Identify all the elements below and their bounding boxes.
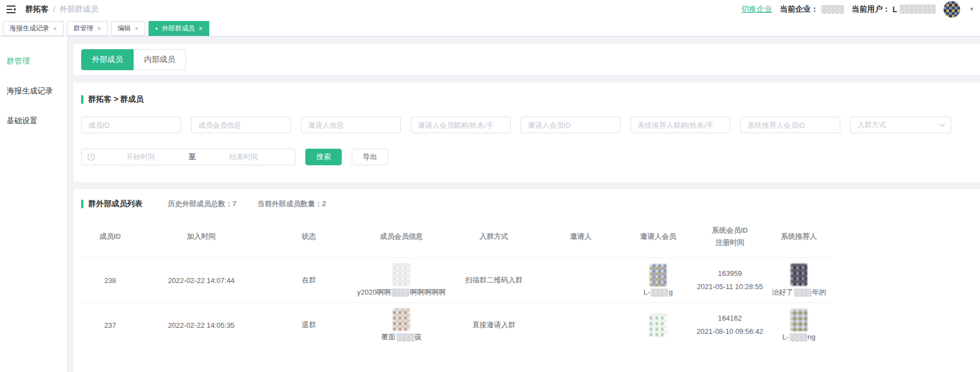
breadcrumb-root[interactable]: 群拓客 — [25, 4, 49, 14]
tag-tab-poster-records[interactable]: 海报生成记录 × — [3, 21, 63, 36]
close-icon[interactable]: × — [199, 25, 203, 33]
section-accent-bar — [81, 200, 83, 208]
col-system-member-id: 系统会员ID 注册时间 — [694, 224, 766, 249]
caret-down-icon[interactable]: ▼ — [969, 6, 974, 12]
content-area: 外部成员 内部成员 群拓客 > 群成员 入群方式 — [68, 36, 980, 372]
topbar: 群拓客 / 外部群成员 切换企业 当前企业： 当前用户： L ▼ — [0, 0, 980, 18]
dot-icon: ● — [155, 27, 158, 31]
tag-tab-label: 编辑 — [118, 24, 131, 33]
table-row: 237 2022-02-22 14:05:35 退群 覆面孩 直接邀请入群 16… — [81, 302, 832, 347]
close-icon[interactable]: × — [135, 25, 139, 33]
register-time: 2021-05-11 10:28:55 — [694, 280, 766, 294]
col-join-method: 入群方式 — [448, 230, 539, 243]
member-id-input[interactable] — [81, 117, 181, 133]
date-range-separator: 至 — [187, 152, 198, 162]
col-member-id: 成员ID — [81, 230, 139, 243]
filter-card: 群拓客 > 群成员 入群方式 — [73, 82, 980, 182]
breadcrumb: 群拓客 / 外部群成员 — [25, 4, 98, 14]
tag-tab-edit[interactable]: 编辑 × — [111, 21, 145, 36]
system-member-id: 163959 — [694, 267, 766, 281]
inviter-member-avatar — [650, 264, 666, 286]
member-avatar — [393, 308, 410, 331]
sidebar-item-group-manage[interactable]: 群管理 — [0, 51, 67, 72]
masked-text — [790, 333, 807, 342]
cell-member-id: 238 — [81, 276, 139, 285]
tab-external-members[interactable]: 外部成员 — [81, 49, 134, 70]
sidebar-item-basic-settings[interactable]: 基础设置 — [0, 111, 67, 132]
close-icon[interactable]: × — [97, 25, 101, 33]
join-method-select[interactable]: 入群方式 — [850, 117, 951, 133]
tab-internal-members[interactable]: 内部成员 — [134, 49, 186, 70]
clock-icon — [87, 153, 95, 161]
list-section-title-text: 群外部成员列表 — [88, 199, 142, 209]
current-total: 当前外部成员数量：2 — [257, 199, 326, 209]
masked-text — [391, 289, 409, 297]
tag-tab-bar: 海报生成记录 × 群管理 × 编辑 × ● 外部群成员 × — [0, 18, 980, 36]
recommender-input[interactable] — [631, 117, 730, 133]
history-total: 历史外部成员总数：7 — [168, 199, 236, 209]
current-user-label: 当前用户： — [852, 4, 891, 14]
member-avatar — [393, 264, 410, 286]
filter-inputs-row: 入群方式 — [81, 117, 972, 133]
current-company: 当前企业： — [780, 4, 844, 14]
masked-text — [396, 333, 414, 342]
member-type-tabs: 外部成员 内部成员 — [81, 49, 186, 70]
end-time-placeholder[interactable]: 结束时间 — [198, 152, 290, 162]
list-stats: 历史外部成员总数：7 当前外部成员数量：2 — [168, 199, 326, 209]
member-info-input[interactable] — [191, 117, 291, 133]
recommender-avatar — [791, 309, 807, 331]
date-range-picker[interactable]: 开始时间 至 结束时间 — [81, 149, 295, 165]
close-icon[interactable]: × — [53, 25, 57, 33]
current-company-value-masked — [821, 5, 844, 14]
current-company-label: 当前企业： — [780, 4, 819, 14]
tag-tab-label: 群管理 — [73, 24, 93, 33]
inviter-member-input[interactable] — [411, 117, 511, 133]
cell-member-info: y2020啊啊啊啊啊啊啊 — [354, 264, 448, 297]
recommender-id-input[interactable] — [740, 117, 840, 133]
export-button[interactable]: 导出 — [352, 149, 388, 165]
cell-member-id: 237 — [81, 321, 139, 329]
cell-system-member-id: 163959 2021-05-11 10:28:55 — [694, 267, 766, 294]
cell-recommender: 治好了年的 — [766, 264, 832, 297]
table-row: 238 2022-02-22 14:07:44 在群 y2020啊啊啊啊啊啊啊 … — [81, 258, 832, 302]
switch-company-link[interactable]: 切换企业 — [741, 4, 772, 14]
breadcrumb-current: 外部群成员 — [60, 4, 98, 14]
current-user-value-masked — [899, 4, 936, 14]
col-inviter-member: 邀请人会员 — [622, 230, 694, 243]
current-user: 当前用户： L — [852, 4, 936, 14]
cell-system-member-id: 164162 2021-08-10 09:56:42 — [694, 312, 766, 339]
col-member-info: 成员会员信息 — [354, 230, 448, 243]
join-method-select-placeholder: 入群方式 — [857, 120, 886, 130]
cell-join-time: 2022-02-22 14:05:35 — [139, 321, 263, 329]
sidebar-item-poster-records[interactable]: 海报生成记录 — [0, 81, 67, 102]
tag-tab-group-manage[interactable]: 群管理 × — [67, 21, 108, 36]
member-type-card: 外部成员 内部成员 — [73, 44, 980, 75]
cell-status: 退群 — [263, 320, 354, 330]
masked-text — [650, 289, 668, 297]
start-time-placeholder[interactable]: 开始时间 — [95, 152, 187, 162]
menu-fold-icon[interactable] — [6, 3, 18, 15]
filter-section-title-text: 群拓客 > 群成员 — [88, 95, 144, 104]
filter-section-title: 群拓客 > 群成员 — [81, 95, 972, 104]
current-user-value-prefix: L — [893, 5, 898, 14]
topbar-right: 切换企业 当前企业： 当前用户： L ▼ — [741, 1, 974, 18]
cell-status: 在群 — [263, 275, 354, 285]
section-accent-bar — [81, 95, 83, 104]
tag-tab-external-members[interactable]: ● 外部群成员 × — [149, 21, 209, 36]
member-list-card: 群外部成员列表 历史外部成员总数：7 当前外部成员数量：2 成员ID 加入时间 … — [73, 189, 980, 372]
main-layout: 群管理 海报生成记录 基础设置 外部成员 内部成员 群拓客 > 群成员 — [0, 36, 980, 372]
chevron-down-icon — [939, 123, 945, 127]
col-join-time: 加入时间 — [139, 230, 263, 243]
cell-join-time: 2022-02-22 14:07:44 — [139, 276, 263, 285]
filter-actions-row: 开始时间 至 结束时间 搜索 导出 — [81, 149, 972, 165]
current-total-value: 2 — [322, 200, 326, 208]
register-time: 2021-08-10 09:56:42 — [694, 325, 766, 339]
inviter-info-input[interactable] — [301, 117, 401, 133]
inviter-member-id-input[interactable] — [521, 117, 621, 133]
search-button[interactable]: 搜索 — [305, 149, 342, 165]
cell-inviter-member: L-g — [622, 264, 694, 297]
avatar[interactable] — [944, 1, 960, 18]
sidebar: 群管理 海报生成记录 基础设置 — [0, 36, 68, 372]
tag-tab-label: 海报生成记录 — [9, 24, 49, 33]
col-status: 状态 — [263, 230, 354, 243]
